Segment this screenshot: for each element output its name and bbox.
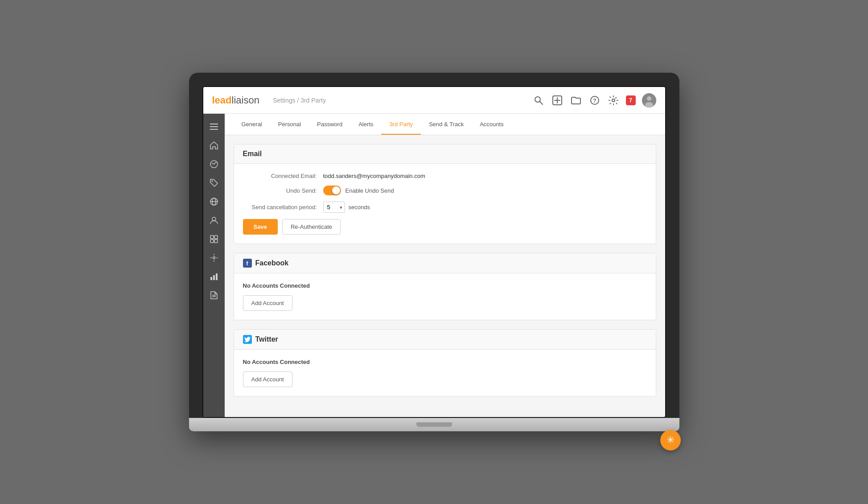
sidebar-global-icon[interactable]	[205, 193, 223, 210]
twitter-icon	[243, 335, 252, 344]
svg-rect-20	[210, 235, 214, 239]
settings-tabs: General Personal Password Alerts 3rd Par…	[225, 114, 665, 135]
cancellation-select-wrapper: 5 10 15 30	[323, 202, 345, 213]
fab-icon: ✳	[666, 434, 675, 446]
facebook-icon: f	[243, 259, 252, 268]
twitter-section: Twitter No Accounts Connected Add Accoun…	[234, 329, 656, 397]
svg-point-19	[212, 217, 216, 221]
avatar[interactable]	[642, 93, 656, 107]
email-section-body: Connected Email: todd.sanders@mycompanyd…	[234, 164, 656, 244]
facebook-section: f Facebook No Accounts Connected Add Acc…	[234, 253, 656, 320]
laptop-screen: leadliaison Settings / 3rd Party	[202, 86, 666, 418]
tab-3rd-party[interactable]: 3rd Party	[381, 115, 421, 135]
save-button[interactable]: Save	[243, 219, 278, 235]
cancellation-unit: seconds	[349, 204, 370, 211]
twitter-section-title: Twitter	[255, 335, 278, 343]
tab-accounts[interactable]: Accounts	[472, 115, 511, 135]
svg-point-7	[612, 99, 615, 102]
undo-send-toggle-wrapper: Enable Undo Send	[323, 186, 394, 195]
connected-email-value: todd.sanders@mycompanydomain.com	[323, 173, 425, 179]
svg-rect-25	[210, 277, 212, 280]
svg-line-1	[540, 102, 543, 104]
svg-point-9	[647, 96, 651, 101]
undo-send-row: Undo Send: Enable Undo Send	[243, 186, 647, 195]
cancellation-label: Send cancellation period:	[243, 204, 323, 211]
facebook-section-title: Facebook	[255, 259, 289, 267]
settings-icon[interactable]	[607, 94, 620, 107]
email-section: Email Connected Email: todd.sanders@myco…	[234, 144, 656, 244]
laptop-base	[189, 418, 679, 431]
sidebar-doc-icon[interactable]	[205, 287, 223, 304]
laptop-notch	[416, 422, 452, 427]
tab-password[interactable]: Password	[309, 115, 350, 135]
facebook-section-header: f Facebook	[234, 253, 656, 273]
svg-rect-26	[213, 275, 215, 280]
folder-icon[interactable]	[570, 94, 582, 107]
svg-rect-23	[214, 240, 218, 243]
undo-send-label: Undo Send:	[243, 187, 323, 194]
svg-point-10	[645, 102, 653, 107]
twitter-no-accounts: No Accounts Connected	[243, 359, 647, 365]
twitter-section-header: Twitter	[234, 330, 656, 350]
sidebar-tag-icon[interactable]	[205, 174, 223, 191]
sidebar-menu-icon[interactable]	[205, 118, 223, 135]
svg-point-0	[535, 97, 540, 102]
svg-point-24	[213, 257, 215, 259]
logo: leadliaison	[212, 95, 259, 106]
email-section-title: Email	[243, 150, 262, 158]
top-bar: leadliaison Settings / 3rd Party	[203, 87, 665, 114]
sidebar-home-icon[interactable]	[205, 137, 223, 154]
undo-send-text: Enable Undo Send	[346, 187, 394, 194]
sidebar-dashboard-icon[interactable]	[205, 156, 223, 173]
toggle-thumb	[332, 186, 340, 194]
reauth-button[interactable]: Re-Authenticate	[282, 219, 341, 235]
undo-send-toggle[interactable]	[323, 186, 341, 195]
logo-liaison: liaison	[232, 95, 259, 106]
search-icon[interactable]	[532, 94, 545, 107]
facebook-no-accounts: No Accounts Connected	[243, 282, 647, 289]
top-icons: ? 7	[532, 93, 656, 107]
connected-email-row: Connected Email: todd.sanders@mycompanyd…	[243, 173, 647, 179]
sidebar-grid-icon[interactable]	[205, 231, 223, 248]
svg-rect-22	[210, 240, 214, 243]
connected-email-label: Connected Email:	[243, 173, 323, 179]
svg-text:?: ?	[593, 98, 596, 104]
page-content: Email Connected Email: todd.sanders@myco…	[225, 135, 665, 414]
breadcrumb: Settings / 3rd Party	[273, 97, 532, 104]
cancellation-row: Send cancellation period: 5 10 15 30	[243, 202, 647, 213]
email-section-header: Email	[234, 145, 656, 164]
tab-personal[interactable]: Personal	[270, 115, 309, 135]
sidebar	[203, 114, 225, 417]
sidebar-user-icon[interactable]	[205, 212, 223, 229]
facebook-add-account-button[interactable]: Add Account	[243, 295, 292, 311]
svg-point-15	[211, 181, 213, 182]
tab-alerts[interactable]: Alerts	[350, 115, 381, 135]
svg-rect-27	[216, 273, 218, 280]
content-area: General Personal Password Alerts 3rd Par…	[225, 114, 665, 417]
logo-lead: lead	[212, 95, 232, 106]
add-icon[interactable]	[551, 94, 564, 107]
fab-button[interactable]: ✳	[660, 430, 681, 450]
main-layout: General Personal Password Alerts 3rd Par…	[203, 114, 665, 417]
twitter-add-account-button[interactable]: Add Account	[243, 372, 292, 387]
laptop-outer: leadliaison Settings / 3rd Party	[189, 73, 679, 431]
tab-send-track[interactable]: Send & Track	[421, 115, 472, 135]
cancellation-select[interactable]: 5 10 15 30	[323, 202, 345, 213]
notification-badge[interactable]: 7	[626, 95, 636, 105]
tab-general[interactable]: General	[234, 115, 270, 135]
twitter-section-body: No Accounts Connected Add Account	[234, 350, 656, 396]
sidebar-chart-icon[interactable]	[205, 268, 223, 285]
email-btn-actions: Save Re-Authenticate	[243, 219, 647, 235]
sidebar-cog-icon[interactable]	[205, 249, 223, 266]
facebook-section-body: No Accounts Connected Add Account	[234, 273, 656, 320]
help-icon[interactable]: ?	[588, 94, 601, 107]
svg-rect-21	[214, 235, 218, 239]
